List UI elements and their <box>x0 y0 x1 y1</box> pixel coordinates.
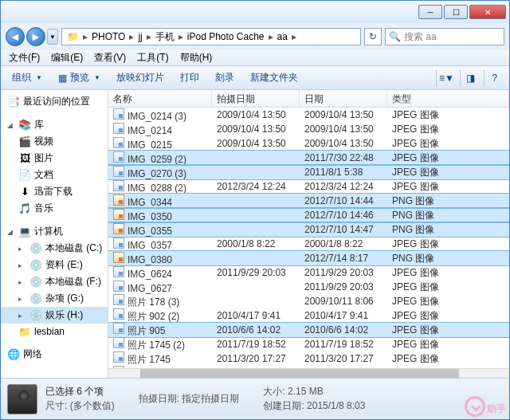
maximize-button[interactable]: ☐ <box>444 5 468 19</box>
sidebar-computer[interactable]: ◢💻计算机 <box>1 223 108 240</box>
sidebar-network[interactable]: 🌐网络 <box>1 346 108 363</box>
menubar: 文件(F) 编辑(E) 查看(V) 工具(T) 帮助(H) <box>1 50 509 66</box>
file-row[interactable]: 照片 17452011/3/20 17:272011/3/20 17:27JPE… <box>108 351 509 366</box>
file-row[interactable]: IMG_03802012/7/14 8:17PNG 图像 <box>108 251 509 265</box>
sidebar-drive-f[interactable]: ▸💿本地磁盘 (F:) <box>1 273 108 290</box>
preview-pane-button[interactable]: ◨ <box>460 69 481 87</box>
sidebar-xunlei[interactable]: ⬇迅雷下载 <box>1 183 108 200</box>
file-list-body[interactable]: IMG_0214 (3)2009/10/4 13:502009/10/4 13:… <box>108 108 509 368</box>
preview-icon: ▦ <box>58 73 67 84</box>
sidebar-drive-e[interactable]: ▸💿资料 (E:) <box>1 257 108 273</box>
menu-tools[interactable]: 工具(T) <box>132 49 173 66</box>
newfolder-button[interactable]: 新建文件夹 <box>244 68 304 88</box>
sidebar-drive-h[interactable]: ▸💿娱乐 (H:) <box>1 307 108 324</box>
thumbnail-icon <box>7 384 37 414</box>
file-row[interactable]: 照片 902 (2)2010/4/17 9:412010/4/17 9:41JP… <box>108 308 509 323</box>
collapse-icon[interactable]: ◢ <box>7 228 15 236</box>
sidebar-documents[interactable]: 📄文档 <box>1 167 108 183</box>
file-row[interactable]: IMG_03502012/7/10 14:46PNG 图像 <box>108 208 509 222</box>
help-button[interactable]: ? <box>484 69 504 87</box>
print-button[interactable]: 打印 <box>174 68 206 88</box>
file-row[interactable]: 照片 1745 (2)2011/7/19 18:522011/7/19 18:5… <box>108 337 509 351</box>
drive-icon: 💿 <box>29 292 42 305</box>
breadcrumb-separator: ▸ <box>266 31 276 42</box>
folder-icon: 📁 <box>18 325 31 338</box>
menu-edit[interactable]: 编辑(E) <box>46 49 88 66</box>
sidebar-music[interactable]: 🎵音乐 <box>1 200 108 217</box>
file-row[interactable]: 照片 178 (3)2009/10/11 8:06JPEG 图像 <box>108 294 509 308</box>
image-file-icon <box>113 252 124 263</box>
file-row[interactable]: IMG_02142009/10/4 13:502009/10/4 13:50JP… <box>108 122 509 136</box>
search-input[interactable]: 🔍搜索 aa <box>385 28 504 45</box>
image-file-icon <box>113 366 124 369</box>
forward-button[interactable]: ► <box>26 27 45 46</box>
address-bar: ◄ ► ▼ 📁▸PHOTO▸jj▸手机▸iPod Photo Cache▸aa▸… <box>1 23 509 50</box>
pictures-icon: 🖼 <box>18 152 31 165</box>
breadcrumb-item[interactable]: 手机 <box>154 30 176 44</box>
chevron-down-icon: ▼ <box>94 74 100 81</box>
col-shot-date[interactable]: 拍摄日期 <box>212 90 300 107</box>
breadcrumb-separator: ▸ <box>127 31 136 42</box>
file-row[interactable]: IMG_06242011/9/29 20:032011/9/29 20:03JP… <box>108 265 509 280</box>
file-row[interactable]: IMG_0270 (3)2011/8/1 5:38JPEG 图像 <box>108 165 509 179</box>
breadcrumb-item[interactable]: aa <box>276 31 289 42</box>
drive-icon: 💿 <box>29 276 42 289</box>
image-file-icon <box>113 137 124 148</box>
menu-file[interactable]: 文件(F) <box>4 49 45 66</box>
breadcrumb-item[interactable]: jj <box>136 31 143 42</box>
sidebar-drive-c[interactable]: ▸💿本地磁盘 (C:) <box>1 240 108 257</box>
col-type[interactable]: 类型 <box>387 90 509 107</box>
file-row[interactable]: IMG_06272011/9/29 20:03JPEG 图像 <box>108 280 509 294</box>
chevron-down-icon: ▼ <box>36 74 42 81</box>
sidebar-drive-g[interactable]: ▸💿杂项 (G:) <box>1 290 108 307</box>
back-button[interactable]: ◄ <box>6 27 25 46</box>
collapse-icon[interactable]: ◢ <box>7 121 15 129</box>
file-row[interactable]: 照片 9052010/6/6 14:022010/6/6 14:02JPEG 图… <box>108 323 509 337</box>
file-row[interactable]: IMG_03552012/7/10 14:47PNG 图像 <box>108 222 509 237</box>
close-button[interactable]: ✕ <box>469 5 506 19</box>
image-file-icon <box>113 108 124 120</box>
view-mode-button[interactable]: ≡▼ <box>436 69 457 87</box>
sidebar-libraries[interactable]: ◢📚库 <box>1 116 108 133</box>
file-row[interactable]: IMG_03572000/1/8 8:222000/1/8 8:22JPEG 图… <box>108 237 509 251</box>
file-row[interactable]: IMG_03442012/7/10 14:44PNG 图像 <box>108 194 509 208</box>
preview-button[interactable]: ▦预览▼ <box>52 68 107 88</box>
image-file-icon <box>113 180 124 191</box>
breadcrumb-item[interactable]: PHOTO <box>90 31 127 42</box>
image-file-icon <box>113 223 124 234</box>
image-file-icon <box>113 351 124 363</box>
video-icon: 🎬 <box>18 135 31 148</box>
menu-help[interactable]: 帮助(H) <box>175 49 218 66</box>
image-file-icon <box>113 323 124 334</box>
file-row[interactable]: IMG_02152009/10/4 13:502009/10/4 13:50JP… <box>108 136 509 151</box>
image-file-icon <box>113 237 124 249</box>
nav-history-dropdown[interactable]: ▼ <box>47 29 58 45</box>
organize-button[interactable]: 组织▼ <box>6 68 49 88</box>
sidebar-videos[interactable]: 🎬视频 <box>1 133 108 150</box>
selection-count: 已选择 6 个项 <box>45 385 115 398</box>
col-date[interactable]: 日期 <box>300 90 387 107</box>
image-file-icon <box>113 294 124 305</box>
sidebar-lesbian[interactable]: 📁lesbian <box>1 324 108 340</box>
col-name[interactable]: 名称 <box>108 90 212 107</box>
drive-icon: 💿 <box>29 309 42 322</box>
image-file-icon <box>113 123 124 134</box>
breadcrumb-item[interactable]: iPod Photo Cache <box>186 31 266 42</box>
sidebar-pictures[interactable]: 🖼图片 <box>1 150 108 167</box>
file-row[interactable]: IMG_0259 (2)2011/7/30 22:48JPEG 图像 <box>108 151 509 165</box>
search-icon: 🔍 <box>389 31 401 42</box>
minimize-button[interactable]: ─ <box>418 5 442 19</box>
download-icon: ⬇ <box>18 186 31 198</box>
burn-button[interactable]: 刻录 <box>209 68 241 88</box>
sidebar-recent[interactable]: 📑最近访问的位置 <box>1 93 108 110</box>
menu-view[interactable]: 查看(V) <box>89 49 131 66</box>
slideshow-button[interactable]: 放映幻灯片 <box>110 68 171 88</box>
search-placeholder: 搜索 aa <box>404 30 437 44</box>
file-row[interactable]: IMG_0214 (3)2009/10/4 13:502009/10/4 13:… <box>108 108 509 122</box>
horizontal-scrollbar[interactable] <box>108 368 509 378</box>
breadcrumb[interactable]: 📁▸PHOTO▸jj▸手机▸iPod Photo Cache▸aa▸ <box>61 28 361 45</box>
file-row[interactable]: IMG_0288 (2)2012/3/24 12:242012/3/24 12:… <box>108 179 509 194</box>
network-icon: 🌐 <box>7 348 20 361</box>
refresh-button[interactable]: ↻ <box>364 28 382 45</box>
breadcrumb-separator: ▸ <box>289 31 299 42</box>
